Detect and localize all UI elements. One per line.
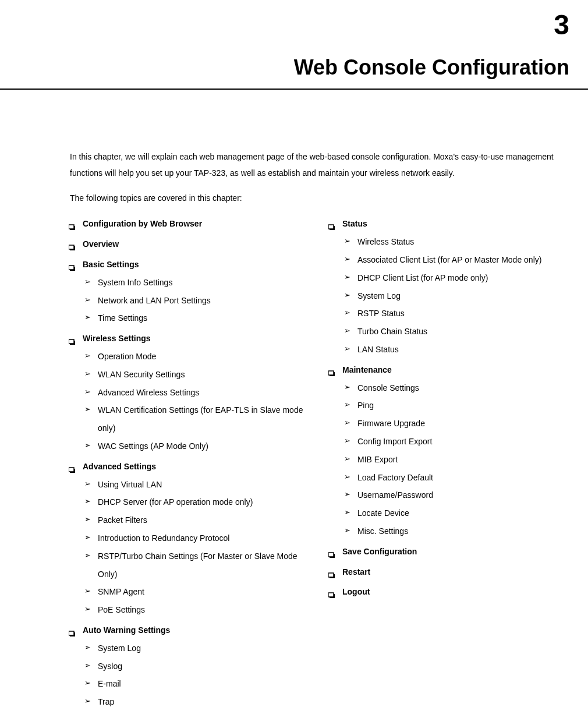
toc-sub-item[interactable]: LAN Status: [330, 341, 572, 359]
toc-sub-item[interactable]: Packet Filters: [70, 511, 312, 529]
toc-sub-item[interactable]: Firmware Upgrade: [330, 415, 572, 433]
toc-section-title[interactable]: Advanced Settings: [70, 458, 312, 476]
toc-sub-item[interactable]: System Info Settings: [70, 274, 312, 292]
square-bullet-icon: [328, 366, 335, 373]
toc-section-title[interactable]: Maintenance: [330, 361, 572, 379]
svg-rect-13: [328, 225, 334, 229]
toc-sub-item[interactable]: Introduction to Redundancy Protocol: [70, 529, 312, 547]
square-bullet-icon: [69, 260, 76, 267]
square-bullet-icon: [328, 547, 335, 554]
svg-rect-21: [328, 593, 334, 597]
chapter-number: 3: [554, 9, 569, 41]
toc-sub-item[interactable]: Trap: [70, 693, 312, 711]
toc-section: Auto Warning SettingsSystem LogSyslogE-m…: [70, 621, 312, 711]
toc-sub-item[interactable]: Username/Password: [330, 486, 572, 504]
toc-section-label: Configuration by Web Browser: [83, 219, 202, 228]
title-underline: [0, 89, 588, 90]
toc-sub-item[interactable]: Config Import Export: [330, 433, 572, 451]
toc-sub-item[interactable]: Using Virtual LAN: [70, 476, 312, 494]
square-bullet-icon: [69, 626, 76, 633]
toc-sub-item[interactable]: RSTP Status: [330, 305, 572, 323]
toc-columns: Configuration by Web BrowserOverviewBasi…: [70, 215, 572, 713]
toc-section: Basic SettingsSystem Info SettingsNetwor…: [70, 256, 312, 327]
chapter-title: Web Console Configuration: [294, 55, 569, 80]
toc-section-label: Restart: [342, 567, 370, 576]
toc-section-title[interactable]: Auto Warning Settings: [70, 621, 312, 639]
toc-section: Wireless SettingsOperation ModeWLAN Secu…: [70, 330, 312, 455]
toc-sub-item[interactable]: WAC Settings (AP Mode Only): [70, 437, 312, 455]
toc-section: StatusWireless StatusAssociated Client L…: [330, 215, 572, 358]
toc-section-title[interactable]: Save Configuration: [330, 543, 572, 561]
toc-section-title[interactable]: Restart: [330, 563, 572, 581]
square-bullet-icon: [328, 588, 335, 595]
toc-sub-item[interactable]: System Log: [330, 287, 572, 305]
toc-sub-item[interactable]: Load Factory Default: [330, 469, 572, 487]
toc-section-label: Maintenance: [342, 365, 392, 374]
toc-section-title[interactable]: Basic Settings: [70, 256, 312, 274]
svg-rect-11: [69, 631, 74, 635]
toc-section-label: Logout: [342, 587, 370, 596]
square-bullet-icon: [69, 462, 76, 469]
toc-section-label: Save Configuration: [342, 547, 417, 556]
toc-sub-item[interactable]: Operation Mode: [70, 348, 312, 366]
toc-sub-item[interactable]: Turbo Chain Status: [330, 323, 572, 341]
toc-section-label: Auto Warning Settings: [83, 625, 170, 635]
toc-sub-item[interactable]: DHCP Server (for AP operation mode only): [70, 493, 312, 511]
toc-sub-item[interactable]: Syslog: [70, 657, 312, 675]
left-column: Configuration by Web BrowserOverviewBasi…: [70, 215, 312, 713]
toc-section: Logout: [330, 583, 572, 601]
toc-sub-item[interactable]: Wireless Status: [330, 233, 572, 251]
svg-rect-17: [328, 553, 334, 557]
toc-sub-item[interactable]: MIB Export: [330, 451, 572, 469]
toc-sub-item[interactable]: Advanced Wireless Settings: [70, 384, 312, 402]
square-bullet-icon: [328, 220, 335, 227]
right-column: StatusWireless StatusAssociated Client L…: [330, 215, 572, 713]
svg-rect-9: [69, 468, 74, 472]
toc-sub-item[interactable]: System Log: [70, 639, 312, 657]
content-area: In this chapter, we will explain each we…: [70, 148, 572, 713]
toc-section: Save Configuration: [330, 543, 572, 561]
toc-section-label: Status: [342, 219, 367, 228]
toc-sub-item[interactable]: Misc. Settings: [330, 522, 572, 540]
toc-section-label: Basic Settings: [83, 260, 139, 269]
toc-sub-item[interactable]: Console Settings: [330, 379, 572, 397]
square-bullet-icon: [69, 220, 76, 227]
toc-sub-item[interactable]: E-mail: [70, 675, 312, 693]
toc-sub-item[interactable]: PoE Settings: [70, 601, 312, 619]
intro-paragraph: In this chapter, we will explain each we…: [70, 148, 572, 181]
toc-sub-item[interactable]: Network and LAN Port Settings: [70, 292, 312, 310]
toc-section: Advanced SettingsUsing Virtual LANDHCP S…: [70, 458, 312, 619]
toc-section: Restart: [330, 563, 572, 581]
square-bullet-icon: [69, 240, 76, 247]
svg-rect-7: [69, 339, 74, 344]
toc-section-title[interactable]: Wireless Settings: [70, 330, 312, 348]
toc-sub-item[interactable]: Associated Client List (for AP or Master…: [330, 251, 572, 269]
toc-section-title[interactable]: Logout: [330, 583, 572, 601]
toc-sub-item[interactable]: WLAN Security Settings: [70, 366, 312, 384]
svg-rect-19: [328, 573, 334, 577]
toc-sub-item[interactable]: RSTP/Turbo Chain Settings (For Master or…: [70, 547, 312, 583]
toc-sub-item[interactable]: SNMP Agent: [70, 583, 312, 601]
toc-section-label: Wireless Settings: [83, 334, 151, 343]
svg-rect-15: [328, 371, 334, 375]
toc-section: Configuration by Web Browser: [70, 215, 312, 233]
toc-section-label: Overview: [83, 239, 119, 249]
toc-section: MaintenanceConsole SettingsPingFirmware …: [330, 361, 572, 540]
toc-section-label: Advanced Settings: [83, 462, 156, 471]
svg-rect-1: [69, 225, 74, 229]
toc-sub-item[interactable]: Ping: [330, 397, 572, 415]
toc-sub-item[interactable]: Locate Device: [330, 504, 572, 522]
toc-section: Overview: [70, 235, 312, 253]
toc-sub-item[interactable]: DHCP Client List (for AP mode only): [330, 269, 572, 287]
square-bullet-icon: [328, 568, 335, 575]
intro-lead: The following topics are covered in this…: [70, 192, 572, 204]
toc-sub-item[interactable]: Time Settings: [70, 309, 312, 327]
svg-rect-5: [69, 266, 74, 270]
toc-sub-item[interactable]: WLAN Certification Settings (for EAP-TLS…: [70, 401, 312, 437]
toc-section-title[interactable]: Configuration by Web Browser: [70, 215, 312, 233]
toc-section-title[interactable]: Overview: [70, 235, 312, 253]
svg-rect-3: [69, 245, 74, 249]
square-bullet-icon: [69, 334, 76, 341]
toc-section-title[interactable]: Status: [330, 215, 572, 233]
